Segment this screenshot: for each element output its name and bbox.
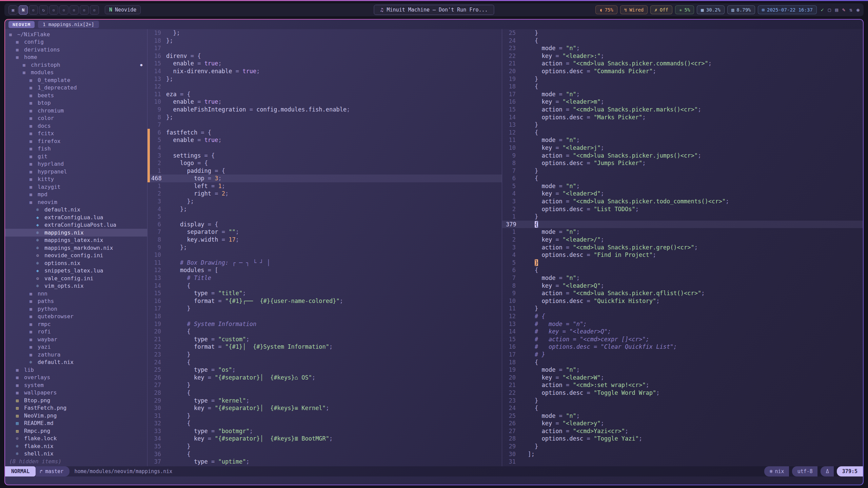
code-line[interactable]: 1 mode = "n";: [502, 228, 863, 236]
code-line[interactable]: 3 settings = {: [147, 152, 502, 160]
code-line[interactable]: 27 action = "<cmd>Yazi<cr>";: [502, 427, 863, 435]
code-line[interactable]: 8};: [147, 114, 502, 121]
code-line[interactable]: 16 # options.desc = "Clear Quickfix List…: [502, 343, 863, 351]
code-line[interactable]: 17 mode = "n";: [502, 90, 863, 98]
tree-item-default.nix[interactable]: ❄default.nix: [5, 206, 147, 214]
code-line[interactable]: 15 type = "title";: [147, 289, 502, 297]
tree-item-rmpc[interactable]: ■rmpc: [5, 320, 147, 328]
code-line[interactable]: 10: [147, 251, 502, 259]
code-line[interactable]: 10 enable = true;: [147, 98, 502, 106]
tree-item-system[interactable]: ■system: [5, 381, 147, 389]
code-line[interactable]: 13};: [147, 75, 502, 83]
code-line[interactable]: 5: [147, 213, 502, 221]
code-line[interactable]: 13 }: [502, 121, 863, 129]
code-line[interactable]: 10 options.desc = "Quickfix History";: [502, 297, 863, 305]
code-line[interactable]: 12 # {: [502, 312, 863, 320]
code-line[interactable]: 30 key = "{#separator}│ {#keys}≡ Kernel"…: [147, 404, 502, 412]
tree-item-nnn[interactable]: ■nnn: [5, 290, 147, 298]
code-line[interactable]: 13 # Title: [147, 274, 502, 282]
code-line[interactable]: 1 }: [502, 213, 863, 221]
code-line[interactable]: 5 }: [502, 259, 863, 267]
tree-item-home[interactable]: ■home: [5, 54, 147, 61]
code-line[interactable]: 27 }: [147, 381, 502, 389]
tree-item-qutebrowser[interactable]: ■qutebrowser: [5, 313, 147, 321]
screenshot-icon[interactable]: ✎: [842, 7, 845, 13]
code-line[interactable]: 18: [147, 312, 502, 320]
code-line[interactable]: 6 {: [502, 175, 863, 182]
code-line[interactable]: 17 # }: [502, 351, 863, 359]
tree-item-derivations[interactable]: ■derivations: [5, 46, 147, 54]
code-line[interactable]: 34 key = "{#separator}│ {#keys}≣ BootMGR…: [147, 435, 502, 443]
code-line[interactable]: 25 mode = "n";: [502, 412, 863, 420]
tree-item-overlays[interactable]: ■overlays: [5, 374, 147, 382]
tree-item-vale_config.ini[interactable]: ⚙vale_config.ini: [5, 274, 147, 282]
tree-item-options.nix[interactable]: ❄options.nix: [5, 259, 147, 267]
code-line[interactable]: 22 options.desc = "Toggle Word Wrap";: [502, 389, 863, 397]
code-line[interactable]: 23 mode = "n";: [502, 44, 863, 52]
code-line[interactable]: 2 key = "<leader>/";: [502, 236, 863, 244]
code-line[interactable]: 22 format = "{#1}│ {#}System Information…: [147, 343, 502, 351]
tree-item-snippets_latex.lua[interactable]: ◆snippets_latex.lua: [5, 267, 147, 275]
tree-item-wallpapers[interactable]: ■wallpapers: [5, 389, 147, 397]
code-line[interactable]: 6 {: [502, 266, 863, 274]
code-line[interactable]: 21 action = "<cmd>lua Snacks.picker.comm…: [502, 60, 863, 67]
code-line[interactable]: 9 enableFishIntegration = config.modules…: [147, 106, 502, 114]
tree-item-christoph[interactable]: ■christoph●: [5, 61, 147, 69]
workspace-6-button[interactable]: ▫: [59, 5, 68, 15]
code-line[interactable]: 5 mode = "n";: [502, 182, 863, 190]
code-line[interactable]: 20 options.desc = "Commands Picker";: [502, 67, 863, 75]
workspace-5-button[interactable]: ▫: [49, 5, 58, 15]
code-line[interactable]: 9 };: [147, 244, 502, 251]
tree-item-NeoVim.png[interactable]: ▨NeoVim.png: [5, 412, 147, 420]
code-line[interactable]: 30 ];: [502, 450, 863, 458]
code-line[interactable]: 9 action = "<cmd>lua Snacks.picker.qflis…: [502, 289, 863, 297]
code-line[interactable]: 19 mode = "n";: [502, 366, 863, 374]
workspace-2-button[interactable]: N: [19, 5, 28, 15]
layout-toggle-icon[interactable]: ⇅: [849, 7, 852, 13]
code-line[interactable]: 13 # mode = "n";: [502, 320, 863, 328]
tree-item-~NixFlake[interactable]: ■~/NixFlake: [5, 30, 147, 38]
editor-pane-left[interactable]: 19 };18};1716direnv = {15 enable = true;…: [147, 29, 502, 466]
code-line[interactable]: 25 }: [502, 29, 863, 37]
tree-item-flake.lock[interactable]: ⊙flake.lock: [5, 435, 147, 443]
code-line[interactable]: 9 action = "<cmd>lua Snacks.picker.jumps…: [502, 152, 863, 160]
code-line[interactable]: 1 left = 1;: [147, 182, 502, 190]
code-line[interactable]: 35 }: [147, 443, 502, 450]
tree-item-flake.nix[interactable]: ❄flake.nix: [5, 442, 147, 450]
code-line[interactable]: 11eza = {: [147, 90, 502, 98]
code-line[interactable]: 18 {: [502, 359, 863, 366]
tree-item-modules[interactable]: ■modules: [5, 69, 147, 77]
code-line[interactable]: 37 type = "uptime";: [147, 458, 502, 466]
tree-item-lib[interactable]: ■lib: [5, 366, 147, 374]
notification-bell-icon[interactable]: ◉: [856, 7, 860, 13]
clipboard-icon[interactable]: ▤: [835, 7, 838, 13]
code-line[interactable]: 19 };: [147, 29, 502, 37]
tree-item-README.md[interactable]: ▤README.md: [5, 420, 147, 427]
code-line[interactable]: 21 action = "<cmd>:set wrap!<cr>";: [502, 381, 863, 389]
tree-item-firefox[interactable]: ■firefox: [5, 137, 147, 145]
tree-item-docs[interactable]: ■docs: [5, 122, 147, 130]
code-line[interactable]: 22 key = "<leader>:";: [502, 52, 863, 60]
code-line[interactable]: 14 options.desc = "Marks Picker";: [502, 114, 863, 121]
code-line[interactable]: 29 type = "kernel";: [147, 397, 502, 405]
tree-item-neovide_config.ini[interactable]: ⚙neovide_config.ini: [5, 252, 147, 260]
code-line[interactable]: 18 {: [502, 83, 863, 90]
tree-item-extraConfigLuaPost.lua[interactable]: ◆extraConfigLuaPost.lua: [5, 221, 147, 229]
code-line[interactable]: 2 options.desc = "List TODOs";: [502, 205, 863, 213]
tree-item-rofi[interactable]: ■rofi: [5, 328, 147, 336]
code-line[interactable]: 29 }: [502, 443, 863, 450]
code-line[interactable]: 33 type = "bootmgr";: [147, 427, 502, 435]
memory-widget[interactable]: ▦30.2%: [697, 5, 725, 14]
code-line[interactable]: 11 }: [502, 305, 863, 312]
tree-item-FastFetch.png[interactable]: ▨FastFetch.png: [5, 404, 147, 412]
code-line[interactable]: 26 key = "{#separator}│ {#keys}⌂ OS";: [147, 374, 502, 382]
code-line[interactable]: 31: [502, 458, 863, 466]
workspace-9-button[interactable]: ▫: [90, 5, 99, 15]
code-line[interactable]: 28 {: [147, 389, 502, 397]
code-line[interactable]: 12 modules = [: [147, 266, 502, 274]
code-line[interactable]: 23 }: [502, 397, 863, 405]
workspace-4-button[interactable]: ↻: [39, 5, 48, 15]
code-line[interactable]: 10 key = "<leader>j";: [502, 144, 863, 152]
file-tree[interactable]: ■~/NixFlake■config■derivations■home■chri…: [5, 29, 147, 466]
tree-item-vim_opts.nix[interactable]: ❄vim_opts.nix: [5, 282, 147, 290]
